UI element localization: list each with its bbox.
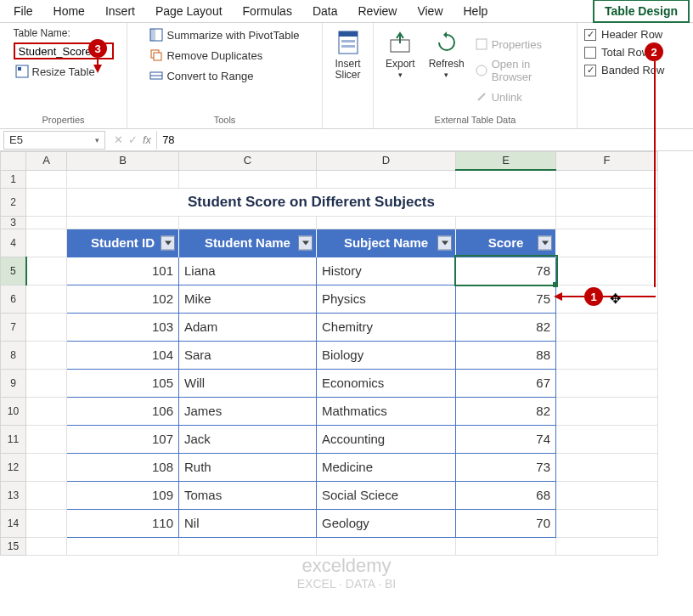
tab-formulas[interactable]: Formulas (233, 1, 302, 21)
table-cell[interactable]: Social Sciece (317, 481, 456, 509)
table-cell[interactable]: Geology (317, 509, 456, 537)
table-cell[interactable]: Liana (179, 257, 317, 285)
table-header-score[interactable]: Score (456, 229, 556, 257)
col-header-a[interactable]: A (26, 152, 67, 171)
export-button[interactable]: Export ▾ (380, 26, 420, 115)
cancel-icon[interactable]: ✕ (114, 133, 123, 146)
table-cell[interactable]: 110 (67, 509, 179, 537)
name-box[interactable]: E5 ▾ (3, 131, 105, 150)
row-header[interactable]: 7 (1, 313, 26, 341)
col-header-c[interactable]: C (179, 152, 317, 171)
tab-home[interactable]: Home (43, 1, 95, 21)
table-cell[interactable]: 67 (456, 369, 556, 397)
table-cell[interactable]: Jack (179, 425, 317, 453)
tab-file[interactable]: File (3, 1, 43, 21)
table-cell[interactable]: Mike (179, 285, 317, 313)
select-all-corner[interactable] (1, 152, 26, 171)
remove-duplicates-button[interactable]: Remove Duplicates (148, 47, 264, 64)
row-header[interactable]: 13 (1, 481, 26, 509)
check-icon: ✓ (584, 65, 596, 76)
table-cell[interactable]: 105 (67, 369, 179, 397)
col-header-f[interactable]: F (556, 152, 658, 171)
table-cell[interactable]: 107 (67, 425, 179, 453)
table-cell[interactable]: 74 (456, 425, 556, 453)
row-header[interactable]: 3 (1, 216, 26, 229)
fill-handle[interactable] (553, 282, 558, 287)
row-header[interactable]: 10 (1, 397, 26, 425)
banded-rows-checkbox[interactable]: ✓ Banded Row (584, 64, 664, 76)
tab-data[interactable]: Data (302, 1, 348, 21)
browser-icon (475, 64, 488, 77)
table-cell[interactable]: 73 (456, 453, 556, 481)
table-cell[interactable]: 68 (456, 481, 556, 509)
col-header-e[interactable]: E (456, 152, 556, 171)
table-cell[interactable]: 82 (456, 313, 556, 341)
table-cell[interactable]: Biology (317, 341, 456, 369)
table-cell[interactable]: 102 (67, 285, 179, 313)
table-cell[interactable]: 103 (67, 313, 179, 341)
table-header-subject[interactable]: Subject Name (317, 229, 456, 257)
table-cell[interactable]: 109 (67, 481, 179, 509)
row-header[interactable]: 9 (1, 369, 26, 397)
table-cell[interactable]: Medicine (317, 453, 456, 481)
convert-range-button[interactable]: Convert to Range (148, 67, 255, 84)
row-header[interactable]: 12 (1, 453, 26, 481)
table-cell[interactable]: Economics (317, 369, 456, 397)
col-header-b[interactable]: B (67, 152, 179, 171)
header-row-checkbox[interactable]: ✓ Header Row (584, 28, 664, 41)
table-header-name[interactable]: Student Name (179, 229, 317, 257)
enter-icon[interactable]: ✓ (128, 133, 138, 146)
filter-button[interactable] (538, 235, 552, 250)
table-cell[interactable]: Adam (179, 313, 317, 341)
table-cell[interactable]: History (317, 257, 456, 285)
selected-cell[interactable]: 78 (456, 257, 556, 285)
resize-table-button[interactable]: Resize Table (14, 63, 97, 80)
table-cell[interactable]: Nil (179, 509, 317, 537)
row-header[interactable]: 8 (1, 341, 26, 369)
table-cell[interactable]: 108 (67, 453, 179, 481)
table-cell[interactable]: 104 (67, 341, 179, 369)
refresh-button[interactable]: Refresh ▾ (424, 26, 470, 115)
filter-button[interactable] (298, 235, 313, 250)
tab-insert[interactable]: Insert (95, 1, 145, 21)
table-cell[interactable]: Tomas (179, 481, 317, 509)
table-cell[interactable]: 70 (456, 509, 556, 537)
table-cell[interactable]: 82 (456, 397, 556, 425)
table-cell[interactable]: Will (179, 369, 317, 397)
table-cell[interactable]: 101 (67, 257, 179, 285)
table-cell[interactable]: Accounting (317, 425, 456, 453)
row-header[interactable]: 11 (1, 425, 26, 453)
row-header[interactable]: 2 (1, 188, 26, 216)
row-header[interactable]: 6 (1, 285, 26, 313)
col-header-d[interactable]: D (317, 152, 456, 171)
table-cell[interactable]: 88 (456, 341, 556, 369)
formula-input[interactable] (156, 131, 693, 150)
filter-button[interactable] (437, 235, 452, 250)
tab-table-design[interactable]: Table Design (593, 0, 690, 23)
insert-slicer-button[interactable]: Insert Slicer (329, 26, 368, 82)
tab-page-layout[interactable]: Page Layout (145, 1, 233, 21)
table-cell[interactable]: Chemitry (317, 313, 456, 341)
table-cell[interactable]: Sara (179, 341, 317, 369)
properties-button: Properties (473, 36, 544, 53)
tab-help[interactable]: Help (454, 1, 499, 21)
table-cell[interactable]: Mathmatics (317, 397, 456, 425)
table-cell[interactable]: 106 (67, 397, 179, 425)
row-header[interactable]: 15 (1, 537, 26, 555)
row-header[interactable]: 14 (1, 509, 26, 537)
table-cell[interactable]: Physics (317, 285, 456, 313)
summarize-pivot-button[interactable]: Summarize with PivotTable (148, 26, 301, 43)
table-header-id[interactable]: Student ID (67, 229, 179, 257)
fx-icon[interactable]: fx (143, 133, 151, 146)
table-cell[interactable]: 75 (456, 285, 556, 313)
filter-button[interactable] (161, 235, 175, 250)
row-header[interactable]: 5 (1, 257, 26, 285)
spreadsheet-grid[interactable]: A B C D E F 1 2 Student Score on Differe… (0, 151, 693, 556)
svg-rect-8 (339, 31, 358, 37)
tab-review[interactable]: Review (348, 1, 408, 21)
table-cell[interactable]: James (179, 397, 317, 425)
table-cell[interactable]: Ruth (179, 453, 317, 481)
tab-view[interactable]: View (407, 1, 453, 21)
row-header[interactable]: 4 (1, 229, 26, 257)
row-header[interactable]: 1 (1, 170, 26, 188)
